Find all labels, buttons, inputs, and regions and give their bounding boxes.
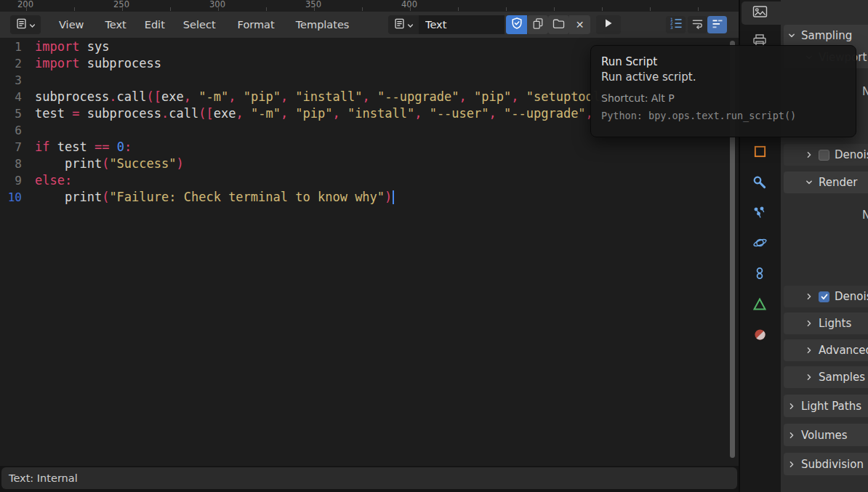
modifier-wrench-icon [752,175,767,193]
chevron-right-icon [805,320,813,327]
panel-section-denoise-viewport[interactable]: Denoise [784,144,868,166]
properties-tab-object-data[interactable] [752,297,768,313]
line-number-4: 4 [15,89,22,105]
code-line-5[interactable]: test = subprocess.call([exe, "-m", "pip"… [35,105,600,122]
properties-tab-particles[interactable] [752,206,768,222]
line-number-9: 9 [15,172,22,189]
panel-section-denoise-render[interactable]: Denoise [784,286,868,307]
timeline-ruler: 200 250 300 350 400 [0,0,739,12]
line-number-2: 2 [15,55,22,72]
menu-select[interactable]: Select [183,19,216,31]
denoise-checkbox-checked[interactable] [819,291,829,302]
chevron-down-icon [788,32,795,39]
properties-tab-constraints[interactable] [752,267,768,283]
denoise-checkbox-unchecked[interactable] [819,150,829,161]
code-line-2[interactable]: import subprocess [35,55,161,72]
chevron-right-icon [788,432,795,439]
tooltip-description: Run active script. [601,70,845,84]
particles-properties-icon [752,206,767,223]
panel-section-samples[interactable]: Samples [784,366,868,388]
line-number-8: 8 [15,156,22,172]
code-line-1[interactable]: import sys [35,39,109,55]
properties-tab-render[interactable] [752,5,768,21]
properties-tab-object[interactable] [752,145,768,161]
chevron-right-icon [805,293,813,300]
tooltip-python: Python: bpy.ops.text.run_script() [601,109,845,122]
code-line-4[interactable]: subprocess.call([exe, "-m", "pip", "inst… [35,89,600,105]
menu-templates[interactable]: Templates [296,19,350,31]
menu-edit[interactable]: Edit [145,19,165,31]
object-data-properties-icon [752,297,767,314]
line-number-6: 6 [15,122,22,139]
chevron-down-icon [805,179,813,186]
new-text-button[interactable] [527,15,548,34]
toggle-word-wrap[interactable] [688,16,707,33]
open-text-button[interactable] [548,15,569,34]
line-number-10: 10 [8,189,22,206]
panel-section-volumes[interactable]: Volumes [784,424,868,446]
code-line-7[interactable]: if test == 0: [35,139,132,156]
properties-tab-modifier[interactable] [752,176,768,192]
duplicate-pages-icon [532,17,544,32]
code-gutter: 12345678910 [0,38,26,466]
text-editor-icon [16,18,27,32]
ruler-ticks [26,7,733,11]
panel-section-sampling[interactable]: Sampling [784,25,868,47]
line-number-5: 5 [15,105,22,122]
menu-view[interactable]: View [59,19,84,31]
folder-icon [552,18,565,32]
status-bar: Text: Internal [1,467,737,489]
text-editor-header: View Text Edit Select Format Templates [0,12,739,39]
properties-tab-material[interactable] [752,328,768,344]
tooltip-title: Run Script [601,55,845,69]
line-numbers-icon: 123 [670,17,683,32]
menu-format[interactable]: Format [238,19,275,31]
panel-section-light-paths[interactable]: Light Paths [784,395,868,417]
tooltip-shortcut: Shortcut: Alt P [601,92,845,105]
menu-bar: View Text Edit Select Format Templates [41,12,349,38]
menu-text[interactable]: Text [105,19,126,31]
line-number-7: 7 [15,139,22,156]
chevron-right-icon [805,151,813,158]
line-number-1: 1 [15,39,22,55]
chevron-right-icon [805,347,813,354]
line-number-3: 3 [15,72,22,89]
word-wrap-icon [691,18,704,32]
object-properties-icon [753,145,767,161]
panel-property-noise-threshold-render: Noise Threshold [781,205,868,225]
toggle-syntax-highlight[interactable] [707,16,727,33]
svg-text:3: 3 [670,25,673,29]
code-line-10[interactable]: print("Failure: Check terminal to know w… [35,189,394,206]
material-properties-icon [753,328,767,344]
status-text: Text: Internal [9,472,78,484]
chevron-right-icon [788,461,795,468]
syntax-highlight-icon [712,18,723,32]
unlink-button[interactable]: ✕ [569,15,590,34]
panel-section-subdivision[interactable]: Subdivision [784,453,868,475]
run-script-button[interactable] [596,15,621,34]
chevron-right-icon [788,403,795,410]
editor-type-button[interactable] [10,15,41,34]
panel-section-lights[interactable]: Lights [784,312,868,334]
code-line-8[interactable]: print("Success") [35,156,184,172]
play-icon [603,17,614,32]
chevron-right-icon [805,374,813,381]
datablock-selector[interactable] [388,15,419,34]
properties-tab-physics[interactable] [752,236,768,252]
text-cursor [393,190,394,204]
panel-section-render[interactable]: Render [784,172,868,193]
tooltip-run-script: Run Script Run active script. Shortcut: … [590,45,856,137]
chevron-down-icon [29,18,36,32]
render-properties-icon [752,5,768,21]
physics-properties-icon [752,235,768,253]
fake-user-button[interactable] [506,15,527,34]
chevron-down-icon [407,18,414,32]
datablock-name-field[interactable] [419,15,505,34]
shield-check-icon [512,17,522,32]
x-icon: ✕ [576,19,584,31]
panel-section-advanced[interactable]: Advanced [784,339,868,361]
text-datablock-icon [394,18,405,32]
code-line-9[interactable]: else: [35,172,72,189]
toggle-line-numbers[interactable]: 123 [666,16,686,33]
constraints-properties-icon [752,266,767,283]
